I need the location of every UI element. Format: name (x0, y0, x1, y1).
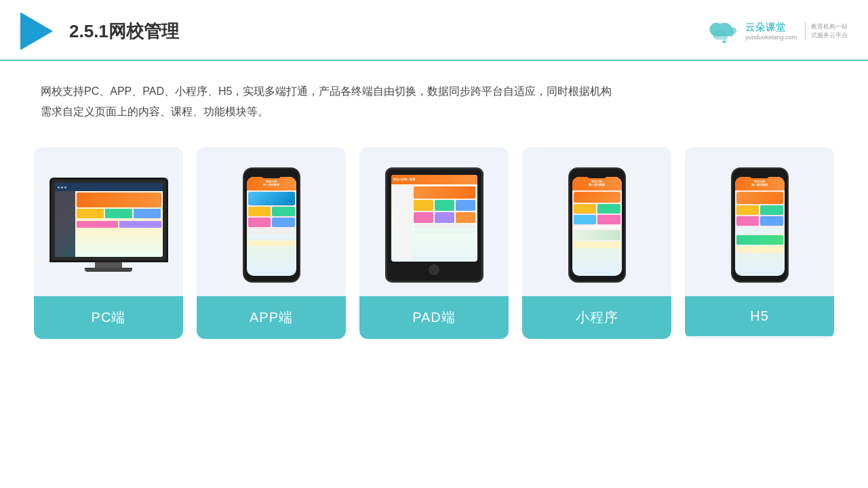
tablet-home-button (429, 264, 439, 275)
header-left: 2.5.1网校管理 (20, 12, 179, 50)
pc-screen-outer (50, 178, 168, 262)
brand-text: 云朵课堂 yunduoketang.com (745, 22, 797, 41)
brand-url: yunduoketang.com (745, 34, 797, 41)
device-card-app: 职达人的第一堂抖推课 (197, 147, 346, 339)
tablet-screen: 职达人的第一堂课 (391, 175, 477, 262)
pad-image-area: 职达人的第一堂课 (359, 147, 509, 296)
device-card-pc: PC端 (34, 147, 183, 339)
pad-label: PAD端 (359, 296, 509, 339)
miniprogram-phone-notch (587, 174, 606, 178)
miniprogram-image-area: 职达人的第一堂抖推课 (522, 147, 671, 296)
miniprogram-phone-screen: 职达人的第一堂抖推课 (572, 177, 622, 276)
app-phone-mockup: 职达人的第一堂抖推课 (243, 167, 300, 283)
main-content: 网校支持PC、APP、PAD、小程序、H5，实现多端打通，产品各终端自由切换，数… (0, 61, 868, 352)
pc-label: PC端 (34, 296, 183, 339)
miniprogram-label: 小程序 (522, 296, 671, 339)
device-cards-container: PC端 职达人的第一堂抖推课 (41, 147, 827, 339)
brand-name: 云朵课堂 (745, 22, 786, 34)
brand-tagline: 教育机构一站式服务云平台 (805, 22, 848, 39)
pc-image-area (34, 147, 183, 296)
description-text: 网校支持PC、APP、PAD、小程序、H5，实现多端打通，产品各终端自由切换，数… (41, 81, 827, 123)
header: 2.5.1网校管理 云朵课堂 yunduoketang.com 教育机构一站式服… (0, 0, 868, 61)
cloud-logo-icon (707, 19, 741, 43)
h5-label: H5 (685, 296, 834, 336)
brand-logo: 云朵课堂 yunduoketang.com (707, 19, 797, 43)
page-title: 2.5.1网校管理 (69, 20, 179, 43)
header-right: 云朵课堂 yunduoketang.com 教育机构一站式服务云平台 (707, 19, 848, 43)
pc-screen-inner (55, 183, 163, 257)
miniprogram-phone-mockup: 职达人的第一堂抖推课 (568, 167, 626, 283)
device-card-miniprogram: 职达人的第一堂抖推课 (522, 147, 671, 339)
svg-point-0 (730, 27, 736, 34)
h5-phone-screen: 职达人的第一堂抖推课 (735, 177, 785, 276)
tablet-mockup: 职达人的第一堂课 (385, 167, 484, 283)
logo-icon (20, 12, 53, 50)
app-phone-screen: 职达人的第一堂抖推课 (247, 177, 296, 276)
device-card-h5: 职达人的第一堂抖推课 (685, 147, 834, 339)
phone-notch (262, 174, 281, 178)
h5-image-area: 职达人的第一堂抖推课 (685, 147, 834, 296)
app-label: APP端 (197, 296, 346, 339)
app-image-area: 职达人的第一堂抖推课 (197, 147, 346, 296)
device-card-pad: 职达人的第一堂课 (359, 147, 509, 339)
pc-mockup (47, 178, 170, 272)
h5-phone-mockup: 职达人的第一堂抖推课 (731, 167, 789, 283)
h5-phone-notch (750, 174, 769, 178)
